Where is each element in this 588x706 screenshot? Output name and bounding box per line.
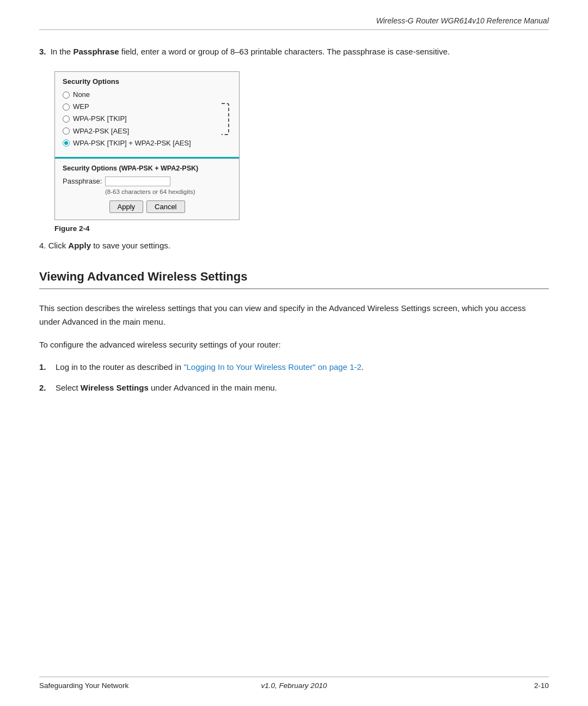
radio-option-wpa-psk-both[interactable]: WPA-PSK [TKIP] + WPA2-PSK [AES] — [63, 138, 231, 148]
step-3-text-before: In the — [51, 47, 74, 56]
step-4-bold: Apply — [68, 241, 91, 250]
figure-caption: Figure 2-4 — [54, 224, 549, 233]
cancel-button[interactable]: Cancel — [146, 200, 185, 213]
figure-wrapper: Security Options None WEP WPA-PSK [TKIP] — [54, 71, 549, 233]
footer-right: 2-10 — [534, 681, 549, 690]
radio-wpa-tkip-circle[interactable] — [63, 115, 70, 123]
list-item-1: 1. Log in to the router as described in … — [39, 360, 549, 374]
list-item-2-text: Select Wireless Settings under Advanced … — [56, 381, 549, 395]
list-item-1-num: 1. — [39, 360, 56, 374]
list-item-2-after-bold: under Advanced in the main menu. — [149, 383, 277, 392]
passphrase-label: Passphrase: — [63, 177, 102, 185]
radio-wpa-tkip-label: WPA-PSK [TKIP] — [73, 114, 127, 124]
apply-button[interactable]: Apply — [109, 200, 144, 213]
bracket-group: WEP WPA-PSK [TKIP] WPA2-PSK [AES] — [63, 102, 231, 136]
radio-wep-label: WEP — [73, 102, 89, 112]
page-header: Wireless-G Router WGR614v10 Reference Ma… — [39, 16, 549, 30]
passphrase-input[interactable] — [105, 176, 170, 186]
radio-wpa-both-label: WPA-PSK [TKIP] + WPA2-PSK [AES] — [73, 138, 191, 148]
radio-option-wpa-psk-tkip[interactable]: WPA-PSK [TKIP] — [63, 114, 219, 124]
figure-box-top: Security Options None WEP WPA-PSK [TKIP] — [55, 72, 239, 159]
step-3-bold: Passphrase — [73, 47, 119, 56]
step-4-text-before: Click — [48, 241, 69, 250]
step-3-paragraph: 3. In the Passphrase field, enter a word… — [39, 45, 549, 58]
radio-option-none[interactable]: None — [63, 90, 231, 100]
passphrase-hint: (8-63 characters or 64 hexdigits) — [105, 188, 231, 195]
radio-none-label: None — [73, 90, 90, 100]
radio-option-wep[interactable]: WEP — [63, 102, 219, 112]
button-row: Apply Cancel — [63, 200, 231, 213]
list-item-2-num: 2. — [39, 381, 56, 395]
radio-wpa-both-circle[interactable] — [63, 139, 70, 147]
list-item-1-before-link: Log in to the router as described in — [56, 362, 183, 372]
radio-option-wpa2-psk-aes[interactable]: WPA2-PSK [AES] — [63, 126, 219, 136]
radio-wpa2-aes-circle[interactable] — [63, 127, 70, 135]
radio-wpa2-aes-label: WPA2-PSK [AES] — [73, 126, 129, 136]
security-opts-wpa-label: Security Options (WPA-PSK + WPA2-PSK) — [63, 165, 231, 172]
figure-box-bottom: Security Options (WPA-PSK + WPA2-PSK) Pa… — [55, 159, 239, 220]
body-para-1: This section describes the wireless sett… — [39, 301, 549, 329]
radio-none-circle[interactable] — [63, 92, 70, 99]
dashed-bracket-right — [222, 103, 229, 135]
body-para-2: To configure the advanced wireless secur… — [39, 338, 549, 352]
logging-in-link[interactable]: "Logging In to Your Wireless Router" on … — [183, 362, 362, 372]
footer-left: Safeguarding Your Network — [39, 681, 128, 690]
page-footer: Safeguarding Your Network v1.0, February… — [39, 677, 549, 690]
security-options-title: Security Options — [63, 77, 231, 86]
step-3-number: 3. — [39, 47, 46, 56]
list-item-2-before-bold: Select — [56, 383, 81, 392]
figure-box: Security Options None WEP WPA-PSK [TKIP] — [54, 71, 240, 220]
list-item-2: 2. Select Wireless Settings under Advanc… — [39, 381, 549, 395]
step-4-number: 4. — [39, 241, 46, 250]
list-item-1-after-link: . — [362, 362, 364, 372]
list-item-1-text: Log in to the router as described in "Lo… — [56, 360, 549, 374]
passphrase-row: Passphrase: — [63, 176, 231, 186]
list-item-2-bold: Wireless Settings — [81, 383, 149, 392]
header-title: Wireless-G Router WGR614v10 Reference Ma… — [376, 16, 549, 25]
step-4-paragraph: 4. Click Apply to save your settings. — [39, 239, 549, 252]
footer-center: v1.0, February 2010 — [261, 681, 327, 690]
step-3-text-after: field, enter a word or group of 8–63 pri… — [119, 47, 450, 56]
numbered-list: 1. Log in to the router as described in … — [39, 360, 549, 394]
radio-wep-circle[interactable] — [63, 104, 70, 111]
step-4-text-after: to save your settings. — [91, 241, 170, 250]
section-heading: Viewing Advanced Wireless Settings — [39, 270, 549, 289]
